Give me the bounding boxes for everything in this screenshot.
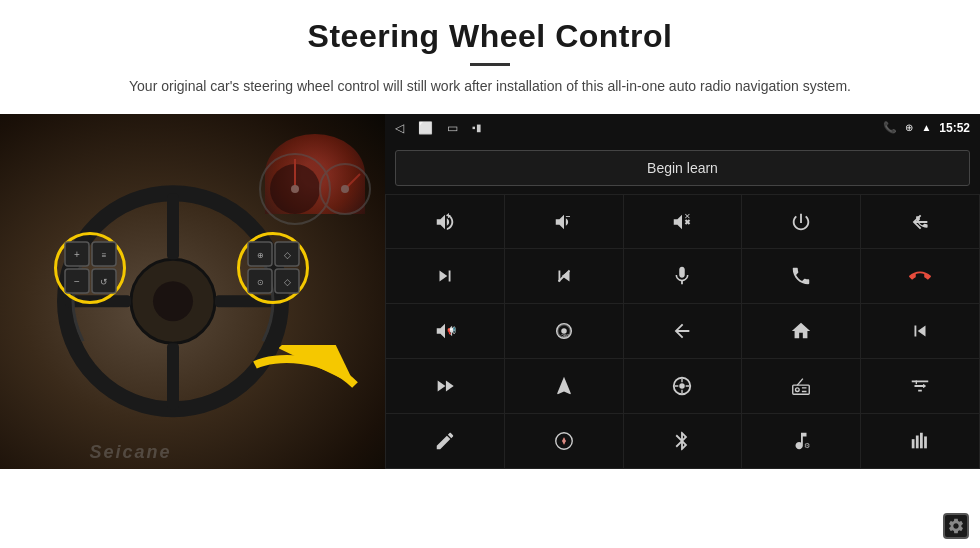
svg-point-11 <box>153 281 193 321</box>
recents-nav-icon[interactable]: ▭ <box>447 121 458 135</box>
fast-forward-button[interactable] <box>386 359 504 413</box>
icon-grid: + − ✕ <box>385 194 980 469</box>
svg-rect-49 <box>920 433 923 449</box>
subtitle: Your original car's steering wheel contr… <box>100 76 880 98</box>
android-unit: ◁ ⬜ ▭ ▪▮ 📞 ⊕ ▲ 15:52 Begin learn <box>385 114 980 469</box>
mute-button[interactable]: ✕ <box>624 195 742 249</box>
skip-next-button[interactable] <box>386 249 504 303</box>
svg-text:◇: ◇ <box>283 277 290 287</box>
bluetooth-button[interactable] <box>624 414 742 468</box>
svg-point-36 <box>561 328 567 334</box>
compass-button[interactable] <box>505 414 623 468</box>
volume-down-button[interactable]: − <box>505 195 623 249</box>
source-button[interactable] <box>624 359 742 413</box>
content-row: + ≡ − ↺ ⊕ ◇ ⊙ ◇ <box>0 114 980 469</box>
page-container: Steering Wheel Control Your original car… <box>0 0 980 548</box>
svg-text:✕: ✕ <box>684 212 691 221</box>
audio-levels-button[interactable] <box>861 414 979 468</box>
radio-button[interactable] <box>742 359 860 413</box>
svg-text:+: + <box>74 249 80 260</box>
svg-text:≡: ≡ <box>101 251 106 260</box>
svg-rect-47 <box>912 439 915 448</box>
back-button[interactable] <box>624 304 742 358</box>
begin-learn-button[interactable]: Begin learn <box>395 150 970 186</box>
header-section: Steering Wheel Control Your original car… <box>0 0 980 108</box>
status-bar: ◁ ⬜ ▭ ▪▮ 📞 ⊕ ▲ 15:52 <box>385 114 980 142</box>
home-nav-icon[interactable]: ⬜ <box>418 121 433 135</box>
svg-point-4 <box>341 185 349 193</box>
phone-call-button[interactable] <box>742 249 860 303</box>
svg-rect-48 <box>916 435 919 448</box>
equalizer-button[interactable] <box>861 359 979 413</box>
svg-text:⚙: ⚙ <box>804 441 810 450</box>
svg-point-41 <box>796 388 800 392</box>
phone-prev-button[interactable] <box>861 195 979 249</box>
svg-text:⊙: ⊙ <box>256 278 263 287</box>
camera360-button[interactable]: 360° <box>505 304 623 358</box>
status-right-icons: 📞 ⊕ ▲ 15:52 <box>883 121 970 135</box>
time-display: 15:52 <box>939 121 970 135</box>
svg-text:↺: ↺ <box>100 277 108 287</box>
page-title: Steering Wheel Control <box>60 18 920 55</box>
mic-button[interactable] <box>624 249 742 303</box>
location-status-icon: ⊕ <box>905 122 913 133</box>
speaker-button[interactable]: 📢 <box>386 304 504 358</box>
phone-status-icon: 📞 <box>883 121 897 134</box>
svg-point-39 <box>680 383 686 389</box>
svg-text:◇: ◇ <box>283 250 290 260</box>
title-divider <box>470 63 510 66</box>
hang-up-button[interactable] <box>861 249 979 303</box>
power-button[interactable] <box>742 195 860 249</box>
svg-rect-8 <box>167 343 179 409</box>
skip-back-button[interactable] <box>861 304 979 358</box>
svg-text:−: − <box>566 212 571 221</box>
svg-text:⊕: ⊕ <box>256 251 263 260</box>
settings-gear-button[interactable] <box>942 512 970 540</box>
pen-button[interactable] <box>386 414 504 468</box>
navigation-button[interactable] <box>505 359 623 413</box>
volume-up-button[interactable]: + <box>386 195 504 249</box>
svg-rect-50 <box>924 436 927 448</box>
music-settings-button[interactable]: ⚙ <box>742 414 860 468</box>
svg-text:−: − <box>74 276 80 287</box>
begin-learn-row: Begin learn <box>385 142 980 194</box>
skip-prev-mute-button[interactable] <box>505 249 623 303</box>
steering-wheel-image: + ≡ − ↺ ⊕ ◇ ⊙ ◇ <box>0 114 385 469</box>
svg-text:📢: 📢 <box>447 326 456 335</box>
svg-rect-7 <box>167 193 179 259</box>
svg-text:+: + <box>446 212 451 221</box>
home-button[interactable] <box>742 304 860 358</box>
wifi-status-icon: ▲ <box>921 122 931 133</box>
yellow-arrow <box>245 345 365 429</box>
status-left-icons: ◁ ⬜ ▭ ▪▮ <box>395 121 482 135</box>
media-icon: ▪▮ <box>472 122 482 133</box>
back-nav-icon[interactable]: ◁ <box>395 121 404 135</box>
